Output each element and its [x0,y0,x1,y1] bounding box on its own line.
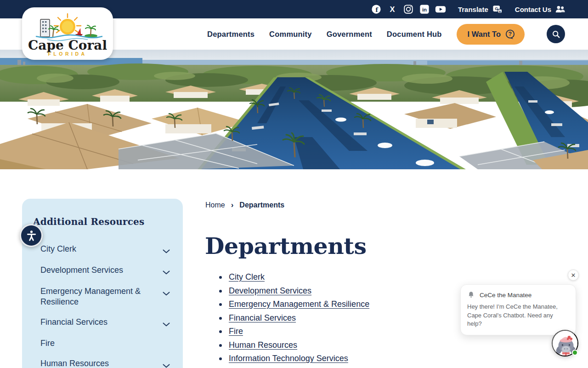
department-links-list: City Clerk Development Services Emergenc… [219,273,369,368]
close-icon: ✕ [571,272,576,279]
chevron-down-icon [163,320,170,328]
i-want-to-label: I Want To [468,30,501,39]
chat-title: CeCe the Manatee [480,292,531,299]
chevron-down-icon [163,247,170,255]
nav-departments[interactable]: Departments [207,30,254,39]
additional-resources-panel: Additional Resources City Clerk Developm… [22,199,183,368]
facebook-icon[interactable]: f [371,4,382,15]
sidebar-item-emergency-management[interactable]: Emergency Management & Resilience [33,282,170,312]
online-status-dot [572,350,578,356]
chevron-right-icon: › [231,201,234,210]
sidebar-title: Additional Resources [33,216,170,227]
list-item: Fire [219,327,369,336]
svg-text:a: a [499,10,501,13]
list-item: Emergency Management & Resilience [219,300,369,309]
sidebar-item-financial-services[interactable]: Financial Services [33,312,170,334]
chevron-down-icon [163,268,170,276]
translate-label: Translate [458,6,488,13]
people-icon [555,4,566,15]
x-twitter-icon[interactable]: X [387,4,398,15]
contact-us-button[interactable]: Contact Us [515,4,566,15]
search-icon [552,30,560,39]
i-want-to-button[interactable]: I Want To ? [457,24,525,45]
sidebar-item-development-services[interactable]: Development Services [33,260,170,282]
accessibility-icon [25,230,38,242]
chat-message: Hey there! I'm CeCe the Manatee, Cape Co… [467,303,568,328]
social-links: f X in [371,4,446,15]
list-item: City Clerk [219,273,369,282]
question-icon: ? [505,29,515,40]
link-fire[interactable]: Fire [229,327,243,336]
bell-icon [467,291,475,299]
accessibility-button[interactable] [20,224,43,247]
translate-button[interactable]: Translate Ga [458,4,503,15]
link-development-services[interactable]: Development Services [229,286,311,295]
contact-us-label: Contact Us [515,6,551,13]
chevron-down-icon [163,362,170,368]
list-item: Financial Services [219,314,369,322]
chat-header: CeCe the Manatee [467,291,568,299]
svg-text:FLORIDA: FLORIDA [48,51,87,57]
svg-text:G: G [495,6,498,11]
chat-bubble[interactable]: CeCe the Manatee Hey there! I'm CeCe the… [460,284,576,335]
page: f X in Translate Ga Contact Us [0,0,588,368]
chat-close-button[interactable]: ✕ [568,270,579,281]
svg-text:X: X [390,5,395,13]
link-information-technology[interactable]: Information Technology Services [229,354,348,363]
breadcrumb-current: Departments [239,201,284,209]
link-emergency-management[interactable]: Emergency Management & Resilience [229,299,369,309]
sidebar-item-human-resources[interactable]: Human Resources [33,354,170,368]
nav-community[interactable]: Community [269,30,312,39]
chevron-down-icon [163,289,170,298]
nav-government[interactable]: Government [327,30,372,39]
list-item: Information Technology Services [219,354,369,363]
translate-icon: Ga [492,4,503,15]
breadcrumb-home-link[interactable]: Home [205,201,225,209]
cape-coral-logo[interactable]: Cape Coral FLORIDA [22,7,113,60]
instagram-icon[interactable] [403,4,414,15]
linkedin-icon[interactable]: in [419,4,430,15]
sidebar-item-city-clerk[interactable]: City Clerk [33,239,170,260]
link-city-clerk[interactable]: City Clerk [229,272,265,282]
link-financial-services[interactable]: Financial Services [229,313,296,322]
link-human-resources[interactable]: Human Resources [229,340,297,350]
youtube-icon[interactable] [435,4,446,15]
list-item: Development Services [219,287,369,295]
list-item: Human Resources [219,341,369,350]
breadcrumb: Home › Departments [205,201,284,210]
svg-text:?: ? [509,31,512,37]
svg-text:in: in [422,7,427,12]
hero-image [0,50,588,169]
search-button[interactable] [547,25,565,43]
nav-document-hub[interactable]: Document Hub [387,30,442,39]
sidebar-item-fire[interactable]: Fire [33,334,170,354]
page-title: Departments [205,233,367,259]
